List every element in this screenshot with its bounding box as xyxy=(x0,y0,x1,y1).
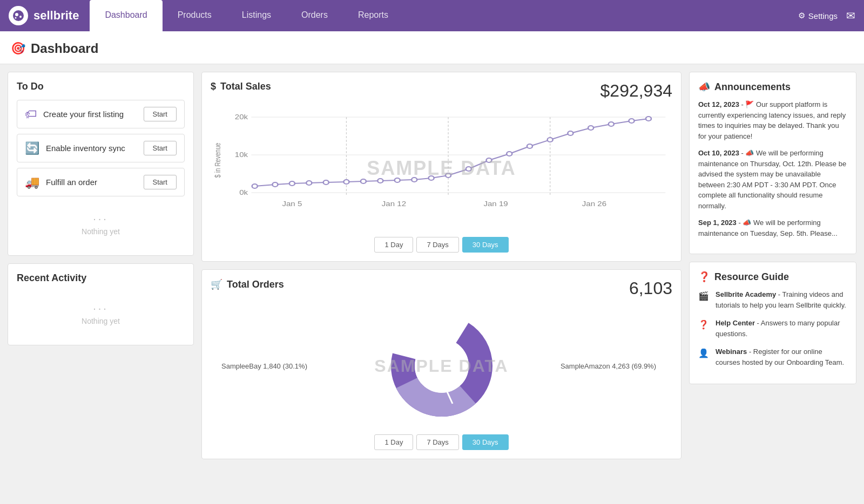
help-link[interactable]: Help Center xyxy=(716,319,755,327)
resource-webinars-text: Webinars - Register for our online cours… xyxy=(716,346,847,367)
ann3-icon: - 📣 xyxy=(738,219,753,227)
orders-chart-area: SampleeBay 1,840 (30.1%) SAMPLE DATA xyxy=(211,304,672,428)
svg-point-29 xyxy=(527,144,532,148)
nav-tab-reports[interactable]: Reports xyxy=(343,0,403,31)
svg-text:Jan 12: Jan 12 xyxy=(382,200,406,207)
svg-point-25 xyxy=(446,173,451,178)
webinars-link[interactable]: Webinars xyxy=(716,348,747,356)
megaphone-icon: 📣 xyxy=(698,81,710,93)
resource-webinars: 👤 Webinars - Register for our online cou… xyxy=(698,346,847,367)
resource-help: ❓ Help Center - Answers to many popular … xyxy=(698,318,847,339)
settings-button[interactable]: ⚙ Settings xyxy=(798,11,838,21)
svg-point-28 xyxy=(507,152,512,156)
orders-30days-button[interactable]: 30 Days xyxy=(462,434,509,450)
sampleamazon-label: SampleAmazon 4,263 (69.9%) xyxy=(561,362,656,370)
resource-help-text: Help Center - Answers to many popular qu… xyxy=(716,318,847,339)
todo-panel: To Do 🏷 Create your first listing Start … xyxy=(8,72,194,256)
orders-title: 🛒 Total Orders xyxy=(211,278,284,290)
svg-point-16 xyxy=(289,181,295,186)
svg-point-26 xyxy=(466,167,471,171)
announcement-3: Sep 1, 2023 - 📣 We will be performing ma… xyxy=(698,217,847,239)
todo-nothing: ··· Nothing yet xyxy=(17,202,185,247)
announcements-title: 📣 Announcements xyxy=(698,81,847,93)
orders-header: 🛒 Total Orders 6,103 xyxy=(211,278,672,298)
recent-nothing-dots: ··· xyxy=(17,302,185,315)
svg-point-35 xyxy=(646,117,651,121)
question-icon: ❓ xyxy=(698,271,710,283)
sales-7days-button[interactable]: 7 Days xyxy=(416,237,458,253)
logo[interactable]: sellbrite xyxy=(9,0,79,31)
todo-listing-label: Create your first listing xyxy=(43,110,137,119)
sales-value: $292,934 xyxy=(600,81,672,101)
orders-legend-left: SampleeBay 1,840 (30.1%) xyxy=(221,362,307,370)
svg-text:Jan 19: Jan 19 xyxy=(483,200,508,207)
sales-30days-button[interactable]: 30 Days xyxy=(462,237,509,253)
academy-link[interactable]: Sellbrite Academy xyxy=(716,290,776,298)
svg-point-21 xyxy=(377,179,383,183)
svg-point-1 xyxy=(15,13,18,16)
todo-listing-start-button[interactable]: Start xyxy=(144,107,177,121)
orders-period-buttons: 1 Day 7 Days 30 Days xyxy=(211,434,672,450)
todo-fulfill-start-button[interactable]: Start xyxy=(144,175,177,189)
top-navigation: sellbrite Dashboard Products Listings Or… xyxy=(0,0,864,31)
total-orders-panel: 🛒 Total Orders 6,103 SampleeBay 1,840 (3… xyxy=(201,269,681,459)
todo-inventory-start-button[interactable]: Start xyxy=(144,141,177,155)
recent-activity-title: Recent Activity xyxy=(17,273,185,284)
svg-point-30 xyxy=(548,138,553,142)
sales-1day-button[interactable]: 1 Day xyxy=(374,237,413,253)
sales-chart-area: 20k 10k 0k $ in Revenue xyxy=(211,106,672,230)
svg-point-2 xyxy=(19,16,22,18)
dollar-icon: $ xyxy=(211,81,216,92)
resource-academy-text: Sellbrite Academy - Training videos and … xyxy=(716,289,847,310)
cart-icon: 🛒 xyxy=(211,278,222,290)
svg-text:$ in Revenue: $ in Revenue xyxy=(213,143,221,178)
orders-7days-button[interactable]: 7 Days xyxy=(416,434,458,450)
person-icon: 👤 xyxy=(698,347,709,360)
svg-point-20 xyxy=(361,179,366,183)
svg-point-34 xyxy=(629,119,634,123)
sales-header: $ Total Sales $292,934 xyxy=(211,81,672,101)
recent-nothing-label: Nothing yet xyxy=(82,317,120,325)
svg-text:0k: 0k xyxy=(239,189,248,196)
svg-point-15 xyxy=(272,182,278,187)
todo-item-fulfill: 🚚 Fulfill an order Start xyxy=(17,168,185,196)
svg-point-33 xyxy=(609,122,614,126)
svg-point-3 xyxy=(15,17,17,19)
video-icon: 🎬 xyxy=(698,290,709,303)
svg-point-22 xyxy=(395,178,400,182)
ann2-text: We will be performing maintenance on Thu… xyxy=(698,149,846,210)
nav-right: ⚙ Settings ✉ xyxy=(798,0,855,31)
svg-point-31 xyxy=(568,131,573,135)
ann2-date: Oct 10, 2023 xyxy=(698,149,739,157)
svg-point-27 xyxy=(486,158,491,162)
logo-text: sellbrite xyxy=(33,9,79,23)
orders-1day-button[interactable]: 1 Day xyxy=(374,434,413,450)
ann1-flag-icon: - 🚩 xyxy=(741,100,757,108)
settings-label: Settings xyxy=(808,11,838,21)
nav-tab-dashboard[interactable]: Dashboard xyxy=(90,0,162,31)
orders-value: 6,103 xyxy=(629,278,672,298)
todo-item-inventory: 🔄 Enable inventory sync Start xyxy=(17,134,185,162)
todo-item-listing: 🏷 Create your first listing Start xyxy=(17,100,185,128)
svg-point-17 xyxy=(306,181,312,185)
svg-text:10k: 10k xyxy=(235,151,248,158)
mail-icon[interactable]: ✉ xyxy=(846,9,855,22)
help-icon: ❓ xyxy=(698,318,709,331)
svg-point-42 xyxy=(415,339,469,393)
announcement-1: Oct 12, 2023 - 🚩 Our support platform is… xyxy=(698,99,847,141)
resource-guide-panel: ❓ Resource Guide 🎬 Sellbrite Academy - T… xyxy=(689,262,856,384)
nav-tab-listings[interactable]: Listings xyxy=(227,0,286,31)
recent-nothing: ··· Nothing yet xyxy=(17,291,185,336)
resource-academy: 🎬 Sellbrite Academy - Training videos an… xyxy=(698,289,847,310)
total-sales-panel: $ Total Sales $292,934 20k 10k xyxy=(201,72,681,262)
ann2-icon: - 📣 xyxy=(741,149,757,157)
svg-point-19 xyxy=(343,180,349,184)
main-content: To Do 🏷 Create your first listing Start … xyxy=(0,64,864,467)
truck-icon: 🚚 xyxy=(25,175,39,189)
page-header: 🎯 Dashboard xyxy=(0,31,864,64)
nav-tab-orders[interactable]: Orders xyxy=(286,0,343,31)
orders-legend-right: SampleAmazon 4,263 (69.9%) xyxy=(561,362,656,370)
nav-tab-products[interactable]: Products xyxy=(163,0,227,31)
donut-chart-svg xyxy=(388,312,496,420)
sales-title: $ Total Sales xyxy=(211,81,271,92)
